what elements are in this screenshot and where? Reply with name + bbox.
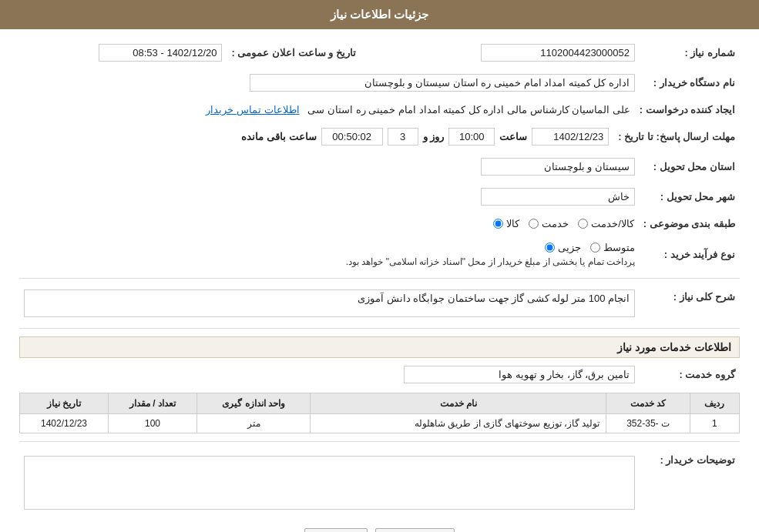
- category-service-radio[interactable]: [529, 219, 539, 229]
- services-section-header: اطلاعات خدمات مورد نیاز: [19, 336, 740, 358]
- cell-unit: متر: [196, 414, 310, 433]
- deadline-time: 10:00: [448, 128, 495, 146]
- table-row: 1 ت -35-352 تولید گاز، توزیع سوختهای گاز…: [20, 414, 740, 433]
- announce-date-label: تاریخ و ساعت اعلان عمومی :: [227, 41, 360, 65]
- col-qty: تعداد / مقدار: [109, 393, 197, 414]
- purchase-medium-option[interactable]: متوسط: [590, 242, 635, 253]
- deadline-remaining: 00:50:02: [321, 128, 383, 146]
- col-date: تاریخ نیاز: [20, 393, 109, 414]
- category-goods-service-label: کالا/خدمت: [591, 218, 634, 229]
- need-number-label: شماره نیاز :: [640, 41, 740, 65]
- service-group-value: تامین برق، گاز، بخار و تهویه هوا: [404, 366, 635, 383]
- col-name: نام خدمت: [311, 393, 606, 414]
- deadline-days-label: روز و: [423, 131, 445, 142]
- delivery-province-value: سیستان و بلوچستان: [481, 158, 635, 176]
- buyer-desc-label: توضیحات خریدار :: [640, 450, 740, 513]
- deadline-date: 1402/12/23: [532, 128, 609, 146]
- page-header: جزئیات اطلاعات نیاز: [0, 0, 759, 29]
- deadline-remaining-label: ساعت باقی مانده: [241, 131, 316, 142]
- purchase-medium-label: متوسط: [603, 242, 635, 253]
- col-row: ردیف: [690, 393, 739, 414]
- buyer-desc-value: [24, 456, 635, 510]
- buyer-org-value: اداره کل کمیته امداد امام خمینی ره استان…: [250, 74, 635, 92]
- category-goods-service-radio[interactable]: [578, 219, 588, 229]
- category-label: طبقه بندی موضوعی :: [639, 215, 740, 233]
- send-deadline-label: مهلت ارسال پاسخ: تا تاریخ :: [613, 125, 740, 149]
- creator-contact-link[interactable]: اطلاعات تماس خریدار: [206, 104, 299, 115]
- category-goods-option[interactable]: کالا: [493, 218, 519, 229]
- page-title: جزئیات اطلاعات نیاز: [331, 8, 428, 21]
- category-goods-label: کالا: [506, 218, 519, 229]
- col-unit: واحد اندازه گیری: [196, 393, 310, 414]
- back-button[interactable]: بازگشت: [375, 528, 455, 532]
- general-desc-label: شرح کلی نیاز :: [640, 286, 740, 320]
- footer-buttons: بازگشت چاپ: [19, 528, 740, 532]
- deadline-days: 3: [388, 128, 418, 146]
- general-desc-value: انجام 100 متر لوله کشی گاز جهت ساختمان ج…: [24, 289, 635, 317]
- purchase-partial-label: جزیی: [558, 242, 581, 253]
- cell-date: 1402/12/23: [20, 414, 109, 433]
- creator-value: علی الماسیان کارشناس مالی اداره کل کمیته…: [307, 104, 630, 115]
- col-code: کد خدمت: [606, 393, 690, 414]
- cell-qty: 100: [109, 414, 197, 433]
- category-service-option[interactable]: خدمت: [529, 218, 569, 229]
- print-button[interactable]: چاپ: [304, 528, 368, 532]
- buyer-org-label: نام دستگاه خریدار :: [640, 71, 740, 95]
- purchase-partial-option[interactable]: جزیی: [545, 242, 581, 253]
- cell-row: 1: [690, 414, 739, 433]
- creator-label: ایجاد کننده درخواست :: [635, 101, 740, 119]
- purchase-medium-radio[interactable]: [590, 243, 600, 253]
- cell-name: تولید گاز، توزیع سوختهای گازی از طریق شا…: [311, 414, 606, 433]
- delivery-province-label: استان محل تحویل :: [640, 155, 740, 179]
- need-number-value: 1102004423000052: [481, 44, 635, 62]
- cell-code: ت -35-352: [606, 414, 690, 433]
- category-goods-radio[interactable]: [493, 219, 503, 229]
- services-table: ردیف کد خدمت نام خدمت واحد اندازه گیری ت…: [19, 393, 740, 433]
- purchase-partial-radio[interactable]: [545, 243, 555, 253]
- announce-date-value: 1402/12/20 - 08:53: [99, 44, 222, 62]
- purchase-type-label: نوع فرآیند خرید :: [640, 239, 740, 270]
- delivery-city-value: خاش: [481, 188, 635, 206]
- deadline-time-label: ساعت: [499, 131, 527, 142]
- delivery-city-label: شهر محل تحویل :: [640, 185, 740, 209]
- category-goods-service-option[interactable]: کالا/خدمت: [578, 218, 634, 229]
- category-service-label: خدمت: [542, 218, 569, 229]
- purchase-note: پرداخت تمام یا بخشی از مبلغ خریدار از مح…: [24, 256, 635, 267]
- service-group-label: گروه خدمت :: [640, 363, 740, 386]
